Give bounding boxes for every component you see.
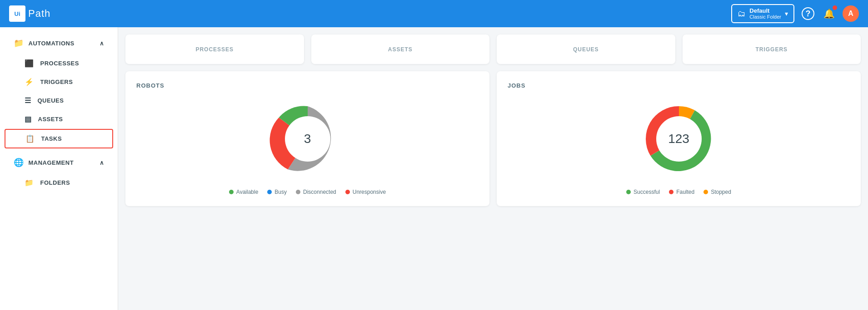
robots-legend: Available Busy Disconnected Unresponsive (136, 189, 479, 195)
triggers-icon: ⚡ (25, 78, 34, 86)
robots-chart-card: ROBOTS (125, 71, 489, 206)
stopped-dot (703, 190, 708, 194)
sidebar-item-assets[interactable]: ▤ ASSETS (5, 110, 113, 128)
tasks-icon: 📋 (25, 134, 35, 143)
chevron-up-icon-mgmt: ∧ (100, 159, 105, 166)
sidebar-assets-label: ASSETS (38, 116, 63, 123)
logo: Ui Path (9, 5, 50, 22)
folder-info: Default Classic Folder (749, 7, 781, 20)
jobs-legend-stopped: Stopped (703, 189, 731, 195)
avatar[interactable]: A (843, 5, 859, 22)
jobs-donut-wrapper: 123 (638, 98, 720, 180)
jobs-center-value: 123 (668, 132, 689, 146)
available-dot (229, 190, 234, 194)
sidebar-item-queues[interactable]: ☰ QUEUES (5, 92, 113, 109)
sidebar-folders-label: FOLDERS (40, 179, 70, 186)
robots-donut-wrapper: 3 (267, 98, 349, 180)
card-queues[interactable]: QUEUES (497, 34, 675, 64)
sidebar-tasks-label: TASKS (41, 135, 62, 142)
sidebar: 📁 AUTOMATIONS ∧ ⬛ PROCESSES ⚡ TRIGGERS ☰… (0, 27, 118, 310)
folder-selector[interactable]: 🗂 Default Classic Folder ▾ (731, 4, 794, 24)
folder-section-icon: 📁 (14, 38, 24, 48)
sidebar-item-triggers[interactable]: ⚡ TRIGGERS (5, 73, 113, 91)
jobs-legend-successful: Successful (626, 189, 660, 195)
sidebar-item-folders[interactable]: 📁 FOLDERS (5, 174, 113, 192)
jobs-donut-container: 123 (508, 98, 850, 180)
assets-icon: ▤ (25, 115, 32, 123)
robots-legend-disconnected: Disconnected (296, 189, 336, 195)
jobs-chart-title: JOBS (508, 82, 850, 89)
charts-row: ROBOTS (118, 64, 868, 213)
disconnected-dot (296, 190, 300, 194)
help-button[interactable]: ? (801, 6, 815, 21)
jobs-legend: Successful Faulted Stopped (508, 189, 850, 195)
help-icon: ? (802, 7, 814, 20)
sidebar-section-automations-label: AUTOMATIONS (29, 40, 75, 47)
robots-legend-available: Available (229, 189, 258, 195)
sidebar-section-automations[interactable]: 📁 AUTOMATIONS ∧ (5, 34, 113, 53)
header-right: 🗂 Default Classic Folder ▾ ? 🔔 A (731, 4, 859, 24)
processes-icon: ⬛ (25, 59, 34, 68)
main-layout: 📁 AUTOMATIONS ∧ ⬛ PROCESSES ⚡ TRIGGERS ☰… (0, 27, 868, 310)
robots-legend-busy: Busy (267, 189, 287, 195)
sidebar-processes-label: PROCESSES (40, 60, 79, 67)
globe-section-icon: 🌐 (14, 157, 24, 167)
card-processes[interactable]: PROCESSES (125, 34, 304, 64)
main-content: PROCESSES ASSETS QUEUES TRIGGERS ROBOTS (118, 27, 868, 310)
sidebar-section-management[interactable]: 🌐 MANAGEMENT ∧ (5, 153, 113, 172)
robots-donut-container: 3 (136, 98, 479, 180)
busy-dot (267, 190, 272, 194)
folders-icon: 📁 (25, 178, 34, 187)
bell-icon: 🔔 (823, 8, 835, 19)
notifications-button[interactable]: 🔔 (822, 6, 836, 21)
sidebar-triggers-label: TRIGGERS (40, 79, 73, 85)
jobs-legend-faulted: Faulted (669, 189, 694, 195)
sidebar-item-tasks[interactable]: 📋 TASKS (5, 129, 113, 148)
successful-dot (626, 190, 631, 194)
notification-badge (833, 5, 837, 10)
queues-icon: ☰ (25, 96, 31, 105)
faulted-dot (669, 190, 673, 194)
chevron-down-icon: ▾ (785, 10, 788, 17)
folder-icon: 🗂 (738, 9, 746, 19)
sidebar-queues-label: QUEUES (38, 97, 64, 104)
chevron-up-icon: ∧ (100, 40, 105, 47)
logo-box: Ui (9, 5, 25, 22)
folder-type: Classic Folder (749, 14, 781, 20)
jobs-chart-card: JOBS (497, 71, 861, 206)
sidebar-item-processes[interactable]: ⬛ PROCESSES (5, 54, 113, 72)
unresponsive-dot (345, 190, 350, 194)
folder-name: Default (749, 7, 781, 15)
logo-text: Path (28, 8, 50, 20)
sidebar-section-management-label: MANAGEMENT (29, 159, 74, 166)
card-triggers[interactable]: TRIGGERS (683, 34, 861, 64)
robots-legend-unresponsive: Unresponsive (345, 189, 386, 195)
robots-chart-title: ROBOTS (136, 82, 479, 89)
app-header: Ui Path 🗂 Default Classic Folder ▾ ? 🔔 A (0, 0, 868, 27)
robots-center-value: 3 (304, 132, 311, 146)
top-cards-row: PROCESSES ASSETS QUEUES TRIGGERS (118, 27, 868, 64)
card-assets[interactable]: ASSETS (311, 34, 490, 64)
